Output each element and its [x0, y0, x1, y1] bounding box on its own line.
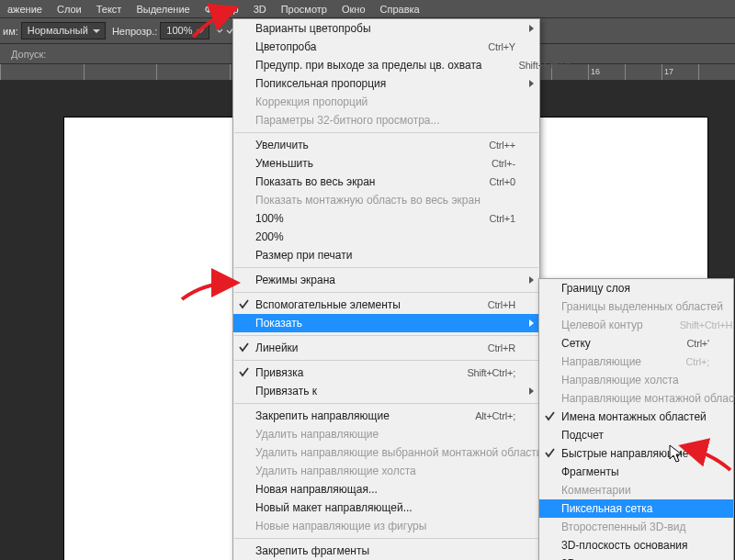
- view-menu-item[interactable]: Вспомогательные элементыCtrl+H: [233, 296, 539, 314]
- menu-shortcut: Ctrl++: [452, 140, 515, 151]
- view-menu-separator: [234, 335, 538, 336]
- view-menu-item-label: Параметры 32-битного просмотра...: [255, 114, 440, 127]
- view-menu-item-label: 100%: [255, 212, 284, 225]
- show-submenu-item-label: Сетку: [561, 337, 591, 350]
- menu-filter[interactable]: Фильтр: [198, 2, 246, 17]
- opacity-step-icon[interactable]: [213, 23, 226, 39]
- show-submenu-item[interactable]: Фрагменты: [539, 463, 733, 481]
- view-menu-item-label: Коррекция пропорций: [255, 95, 368, 108]
- mode-label: им:: [3, 26, 18, 37]
- view-menu-item-label: Вспомогательные элементы: [255, 298, 401, 311]
- menu-image[interactable]: ажение: [0, 2, 50, 17]
- submenu-arrow-icon: [529, 319, 534, 327]
- show-submenu-item[interactable]: Имена монтажных областей: [539, 408, 733, 426]
- opacity-dropdown[interactable]: 100%: [160, 22, 209, 39]
- view-menu-item-label: Показать: [255, 317, 302, 330]
- view-menu-item-label: Закрепить фрагменты: [255, 544, 369, 557]
- blend-mode-dropdown[interactable]: Нормальный: [21, 22, 106, 39]
- view-menu-item: Коррекция пропорций: [233, 93, 539, 111]
- view-menu-separator: [234, 132, 538, 133]
- view-menu-item[interactable]: Закрепить направляющиеAlt+Ctrl+;: [233, 407, 539, 425]
- checkmark-icon: [239, 299, 249, 312]
- menu-shortcut: Alt+Ctrl+;: [438, 410, 515, 421]
- view-menu-item[interactable]: 100%Ctrl+1: [233, 209, 539, 228]
- view-menu-item-label: Увеличить: [255, 139, 309, 151]
- submenu-arrow-icon: [529, 276, 534, 284]
- view-menu-item[interactable]: 200%: [233, 228, 539, 246]
- show-submenu-item[interactable]: 3D-плоскость основания: [539, 536, 733, 554]
- checkmark-icon: [239, 342, 249, 355]
- view-menu-item[interactable]: Новый макет направляющей...: [233, 498, 539, 517]
- show-submenu-item-label: Направляющие холста: [561, 374, 679, 386]
- view-menu-item[interactable]: Режимы экрана: [233, 271, 539, 289]
- view-menu-item-label: Предупр. при выходе за пределы цв. охват…: [255, 59, 482, 72]
- show-submenu-item-label: Направляющие: [561, 355, 641, 368]
- view-menu-item[interactable]: УменьшитьCtrl+-: [233, 154, 539, 173]
- show-submenu-item-label: Быстрые направляющие: [561, 447, 688, 460]
- menu-help[interactable]: Справка: [373, 2, 427, 17]
- menu-shortcut: Ctrl+Y: [451, 41, 515, 52]
- show-submenu-item: Второстепенный 3D-вид: [539, 518, 733, 536]
- show-submenu-item-label: Направляющие монтажной области: [561, 392, 735, 405]
- view-menu-item[interactable]: Привязать к: [233, 382, 539, 400]
- show-submenu-item: Комментарии: [539, 481, 733, 499]
- view-menu-item-label: 200%: [255, 230, 284, 243]
- view-menu-item[interactable]: ЛинейкиCtrl+R: [233, 339, 539, 357]
- view-menu-item-label: Варианты цветопробы: [255, 22, 371, 35]
- show-submenu-item[interactable]: Пиксельная сетка: [539, 499, 733, 518]
- show-submenu-item-label: Целевой контур: [561, 319, 643, 331]
- show-submenu-item-label: Имена монтажных областей: [561, 410, 707, 423]
- view-menu-item[interactable]: Предупр. при выходе за пределы цв. охват…: [233, 56, 539, 74]
- menu-shortcut: Ctrl+-: [455, 158, 515, 169]
- view-menu-item[interactable]: ПривязкаShift+Ctrl+;: [233, 364, 539, 382]
- checkmark-icon: [239, 367, 249, 380]
- show-submenu-item-label: 3D-плоскость основания: [561, 539, 688, 552]
- view-menu-item-label: Размер при печати: [255, 249, 352, 262]
- view-menu-item-label: Попиксельная пропорция: [255, 77, 386, 90]
- submenu-arrow-icon: [529, 80, 534, 87]
- menu-shortcut: Ctrl+0: [453, 176, 515, 187]
- view-menu-item[interactable]: Размер при печати: [233, 246, 539, 264]
- view-menu-item-label: Новая направляющая...: [255, 483, 378, 496]
- view-menu-item[interactable]: Попиксельная пропорция: [233, 74, 539, 93]
- show-submenu-item[interactable]: СеткуCtrl+': [539, 334, 733, 353]
- show-submenu-item[interactable]: Быстрые направляющие: [539, 444, 733, 463]
- menu-shortcut: Ctrl+H: [451, 299, 515, 310]
- view-menu-item-label: Показать во весь экран: [255, 175, 375, 188]
- view-menu-item: Удалить направляющие: [233, 425, 539, 443]
- view-menu-item-label: Режимы экрана: [255, 274, 335, 286]
- view-menu-item[interactable]: ЦветопробаCtrl+Y: [233, 38, 539, 56]
- view-menu-item-label: Уменьшить: [255, 157, 313, 170]
- menu-window[interactable]: Окно: [334, 2, 373, 17]
- menu-select[interactable]: Выделение: [129, 2, 197, 17]
- view-menu-item-label: Цветопроба: [255, 40, 317, 53]
- menu-layers[interactable]: Слои: [50, 2, 89, 17]
- menu-view[interactable]: Просмотр: [274, 2, 334, 17]
- view-menu-item[interactable]: УвеличитьCtrl++: [233, 136, 539, 154]
- show-submenu-item[interactable]: 3D-свет: [539, 554, 733, 560]
- show-submenu-item[interactable]: Подсчет: [539, 426, 733, 444]
- show-submenu-item-label: Границу слоя: [561, 282, 630, 295]
- view-menu-item-label: Удалить направляющие: [255, 428, 379, 441]
- view-menu-separator: [234, 267, 538, 268]
- view-menu-item[interactable]: Новая направляющая...: [233, 480, 539, 498]
- view-menu-item: Удалить направляющие выбранной монтажной…: [233, 443, 539, 462]
- view-menu-item-label: Удалить направляющие холста: [255, 465, 416, 477]
- show-submenu-dropdown: Границу слояГраницы выделенных областейЦ…: [538, 278, 734, 560]
- view-menu-item[interactable]: Показать: [233, 314, 539, 332]
- view-menu-item[interactable]: Показать во весь экранCtrl+0: [233, 173, 539, 191]
- show-submenu-item-label: Фрагменты: [561, 465, 619, 478]
- view-menu-item-label: Показать монтажную область во весь экран: [255, 194, 481, 207]
- view-menu-item-label: Привязать к: [255, 385, 317, 398]
- view-menu-item: Показать монтажную область во весь экран: [233, 191, 539, 209]
- view-menu-item[interactable]: Закрепить фрагменты: [233, 542, 539, 560]
- menu-3d[interactable]: 3D: [246, 2, 274, 17]
- show-submenu-item-label: Пиксельная сетка: [561, 502, 652, 515]
- view-menu-item-label: Новый макет направляющей...: [255, 501, 413, 514]
- view-menu-item[interactable]: Варианты цветопробы: [233, 19, 539, 38]
- menu-shortcut: Shift+Ctrl+H: [643, 319, 733, 330]
- show-submenu-item[interactable]: Границу слоя: [539, 279, 733, 297]
- menu-text[interactable]: Текст: [89, 2, 130, 17]
- submenu-arrow-icon: [529, 25, 534, 32]
- app-window: ажение Слои Текст Выделение Фильтр 3D Пр…: [0, 0, 735, 560]
